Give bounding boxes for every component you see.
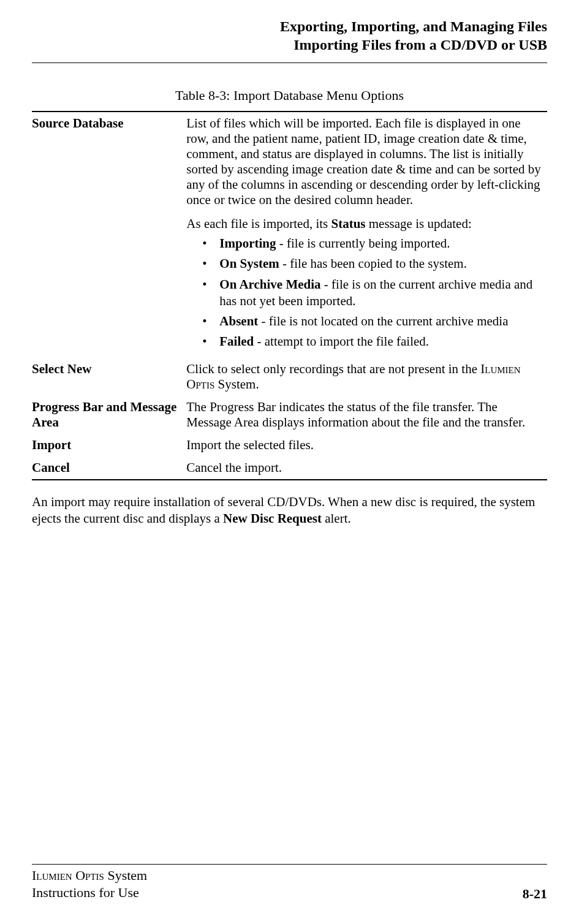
options-table: Source Database List of files which will… <box>32 111 547 480</box>
term-progress: Progress Bar and Message Area <box>32 396 186 434</box>
table-row: Cancel Cancel the import. <box>32 456 547 480</box>
footer-divider <box>32 864 547 865</box>
body-paragraph: An import may require installation of se… <box>32 494 547 528</box>
status-list: Importing - file is currently being impo… <box>186 235 542 350</box>
list-item: On Archive Media - file is on the curren… <box>202 276 542 310</box>
term-import: Import <box>32 434 186 456</box>
header-chapter: Exporting, Importing, and Managing Files <box>32 17 547 36</box>
term-select-new: Select New <box>32 358 186 396</box>
header-section: Importing Files from a CD/DVD or USB <box>32 36 547 54</box>
page-number: 8-21 <box>523 886 547 902</box>
desc-cancel: Cancel the import. <box>186 456 547 480</box>
status-lead: As each file is imported, its Status mes… <box>186 216 542 232</box>
table-row: Import Import the selected files. <box>32 434 547 456</box>
list-item: On System - file has been copied to the … <box>202 256 542 272</box>
footer-doc-title: Ilumien Optis System Instructions for Us… <box>32 867 147 902</box>
list-item: Importing - file is currently being impo… <box>202 235 542 252</box>
header-divider <box>32 62 547 63</box>
table-row: Select New Click to select only recordin… <box>32 358 547 396</box>
term-source-database: Source Database <box>32 112 186 358</box>
source-database-text: List of files which will be imported. Ea… <box>186 116 542 208</box>
desc-import: Import the selected files. <box>186 434 547 456</box>
desc-select-new: Click to select only recordings that are… <box>186 358 547 396</box>
list-item: Failed - attempt to import the file fail… <box>202 333 542 350</box>
term-cancel: Cancel <box>32 456 186 480</box>
page-footer: Ilumien Optis System Instructions for Us… <box>32 864 547 902</box>
table-caption: Table 8-3: Import Database Menu Options <box>32 88 547 104</box>
list-item: Absent - file is not located on the curr… <box>202 313 542 330</box>
table-row: Progress Bar and Message Area The Progre… <box>32 396 547 434</box>
desc-source-database: List of files which will be imported. Ea… <box>186 112 547 358</box>
table-row: Source Database List of files which will… <box>32 112 547 358</box>
desc-progress: The Progress Bar indicates the status of… <box>186 396 547 434</box>
